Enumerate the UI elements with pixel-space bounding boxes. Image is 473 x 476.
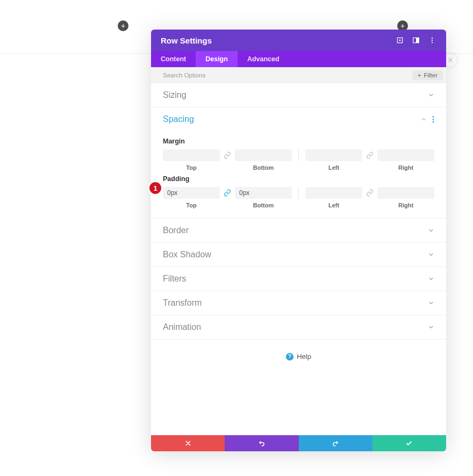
- section-title: Box Shadow: [163, 250, 211, 259]
- separator: [298, 149, 299, 161]
- svg-point-7: [433, 116, 434, 118]
- section-header-border[interactable]: Border: [151, 219, 446, 242]
- margin-vertical-pair: Top Bottom: [163, 149, 292, 171]
- undo-icon: [258, 439, 266, 447]
- section-box-shadow: Box Shadow: [151, 243, 446, 267]
- section-header-sizing[interactable]: Sizing: [151, 83, 446, 107]
- section-border: Border: [151, 219, 446, 243]
- label-right: Right: [398, 202, 413, 208]
- section-header-animation[interactable]: Animation: [151, 315, 446, 339]
- section-spacing: Spacing Margin Top: [151, 107, 446, 219]
- panel-body: Sizing Spacing Margin Top: [151, 83, 446, 435]
- svg-point-8: [433, 119, 434, 120]
- section-filters: Filters: [151, 267, 446, 291]
- annotation-badge-1: 1: [149, 182, 161, 194]
- help-icon: ?: [286, 353, 293, 360]
- section-title: Border: [163, 226, 189, 235]
- link-icon[interactable]: [366, 149, 374, 161]
- add-module-left[interactable]: +: [118, 20, 128, 31]
- padding-left-input[interactable]: [305, 187, 362, 199]
- margin-grid: Top Bottom Left: [163, 149, 434, 171]
- tabs: Content Design Advanced: [151, 51, 446, 67]
- filter-button[interactable]: + Filter: [412, 70, 443, 80]
- close-icon: [184, 439, 192, 447]
- row-settings-modal: Row Settings Content Design Advanced Sea…: [151, 30, 446, 451]
- chevron-down-icon: [428, 300, 434, 306]
- margin-left-input[interactable]: [305, 149, 362, 161]
- margin-horizontal-pair: Left Right: [305, 149, 434, 171]
- section-header-box-shadow[interactable]: Box Shadow: [151, 243, 446, 266]
- svg-point-5: [432, 40, 433, 41]
- chevron-down-icon: [428, 276, 434, 282]
- plus-icon: +: [418, 72, 421, 78]
- help-link[interactable]: ? Help: [151, 340, 446, 373]
- tab-design[interactable]: Design: [196, 51, 238, 67]
- check-icon: [405, 439, 413, 447]
- padding-right-input[interactable]: [377, 187, 434, 199]
- section-title: Filters: [163, 274, 187, 284]
- padding-grid: Top Bottom Left: [163, 187, 434, 208]
- padding-vertical-pair: Top Bottom: [163, 187, 292, 208]
- kebab-icon[interactable]: [432, 115, 434, 124]
- close-icon: [447, 57, 454, 63]
- undo-button[interactable]: [225, 435, 298, 451]
- cancel-button[interactable]: [151, 435, 225, 451]
- plus-icon: +: [400, 22, 405, 30]
- section-sizing: Sizing: [151, 83, 446, 107]
- modal-title: Row Settings: [161, 36, 212, 45]
- tab-advanced[interactable]: Advanced: [238, 51, 289, 67]
- margin-right-input[interactable]: [377, 149, 434, 161]
- margin-top-input[interactable]: [163, 149, 220, 161]
- label-left: Left: [328, 202, 339, 208]
- svg-point-4: [432, 38, 433, 39]
- section-title: Spacing: [163, 114, 194, 124]
- padding-top-input[interactable]: [163, 187, 220, 199]
- chevron-down-icon: [428, 92, 434, 98]
- label-top: Top: [186, 164, 196, 171]
- section-header-filters[interactable]: Filters: [151, 267, 446, 291]
- filter-label: Filter: [424, 72, 438, 78]
- section-header-transform[interactable]: Transform: [151, 291, 446, 315]
- label-bottom: Bottom: [253, 164, 274, 171]
- padding-label: Padding: [163, 175, 434, 183]
- help-label: Help: [297, 352, 311, 360]
- margin-label: Margin: [163, 138, 434, 145]
- section-title: Transform: [163, 298, 202, 308]
- plus-icon: +: [121, 22, 125, 30]
- chevron-down-icon: [428, 227, 434, 234]
- tab-content[interactable]: Content: [151, 51, 196, 67]
- margin-bottom-input[interactable]: [235, 149, 292, 161]
- label-bottom: Bottom: [253, 202, 274, 208]
- padding-horizontal-pair: Left Right: [305, 187, 434, 208]
- svg-point-6: [432, 42, 433, 43]
- link-icon[interactable]: [366, 187, 374, 199]
- svg-point-9: [433, 121, 434, 122]
- label-top: Top: [186, 202, 196, 208]
- save-button[interactable]: [372, 435, 446, 451]
- label-left: Left: [328, 164, 339, 171]
- search-row: Search Options + Filter: [151, 67, 446, 83]
- padding-bottom-input[interactable]: [235, 187, 292, 199]
- chevron-up-icon: [420, 116, 427, 122]
- annotation-number: 1: [153, 184, 157, 192]
- kebab-icon[interactable]: [428, 36, 436, 45]
- link-icon[interactable]: [223, 149, 232, 161]
- svg-rect-3: [416, 38, 419, 42]
- redo-icon: [332, 439, 339, 447]
- chevron-down-icon: [428, 324, 434, 330]
- section-title: Sizing: [163, 90, 187, 100]
- separator: [298, 187, 299, 199]
- header-actions: [396, 36, 436, 45]
- section-title: Animation: [163, 322, 201, 332]
- svg-point-1: [399, 40, 401, 41]
- expand-icon[interactable]: [396, 36, 404, 45]
- link-icon-active[interactable]: [223, 187, 232, 199]
- snap-icon[interactable]: [412, 36, 420, 45]
- chevron-down-icon: [428, 251, 434, 258]
- redo-button[interactable]: [299, 435, 372, 451]
- section-animation: Animation: [151, 315, 446, 340]
- search-options-label[interactable]: Search Options: [163, 72, 205, 78]
- section-transform: Transform: [151, 291, 446, 315]
- modal-footer: [151, 435, 446, 451]
- section-header-spacing[interactable]: Spacing: [151, 107, 446, 131]
